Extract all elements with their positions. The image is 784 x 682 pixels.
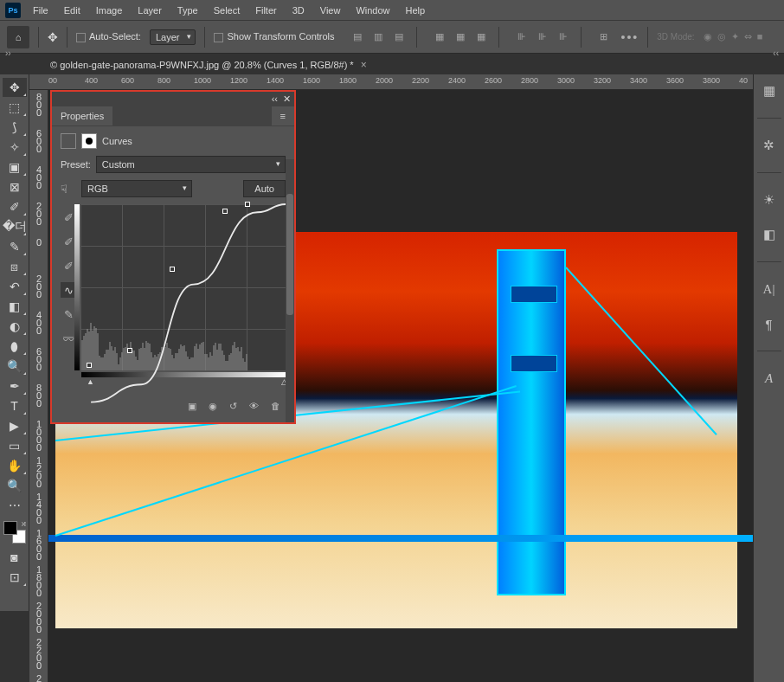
align-top-icon[interactable]: ▦ [431,29,448,46]
dodge-tool[interactable]: 🔍 [3,357,27,376]
swap-colors-icon[interactable]: ⤭ [21,520,27,528]
pen-tool[interactable]: ✒ [3,376,27,396]
expand-panels-left-icon[interactable]: ›› [5,48,11,58]
black-point-slider[interactable]: ▲ [87,377,94,386]
ruler-horizontal[interactable]: 0040060080010001200140016001800200022002… [29,74,753,90]
edit-toolbar[interactable]: ⋯ [3,496,27,515]
healing-brush-tool[interactable]: �더 [3,217,27,236]
menu-3d[interactable]: 3D [286,3,312,18]
brush-tool[interactable]: ✎ [3,237,27,256]
quick-mask-tool[interactable]: ◙ [3,548,27,567]
distribute-spacing-icon[interactable]: ⊪ [555,29,572,46]
home-button[interactable]: ⌂ [7,26,29,48]
path-selection-tool[interactable]: ▶ [3,416,27,435]
ruler-tick: 400 [31,166,47,190]
align-center-v-icon[interactable]: ▦ [452,29,469,46]
menu-filter[interactable]: Filter [248,3,283,18]
menu-type[interactable]: Type [170,3,205,18]
close-panel-icon[interactable]: ✕ [283,93,291,105]
lasso-tool[interactable]: ⟆ [3,118,27,137]
divider [647,27,648,48]
orbit-3d-icon[interactable]: ◉ [704,31,712,42]
foreground-color[interactable] [3,521,17,535]
adjustments-panel-icon[interactable]: ☀ [760,190,779,209]
panel-scrollbar[interactable] [286,159,294,422]
gradient-tool[interactable]: ◐ [3,317,27,336]
toggle-visibility-icon[interactable]: 👁 [249,401,259,412]
magic-wand-tool[interactable]: ✧ [3,138,27,157]
auto-select-checkbox[interactable]: Auto-Select: [76,31,141,42]
curve-point[interactable] [170,267,175,272]
channel-dropdown[interactable]: RGB [81,180,192,197]
align-edges-icon[interactable]: ⊞ [595,29,613,46]
curve-point[interactable] [222,209,228,214]
reset-icon[interactable]: ↺ [229,401,237,412]
shape-tool[interactable]: ▭ [3,436,27,455]
character-panel-icon[interactable]: A| [760,280,779,299]
auto-button[interactable]: Auto [243,180,286,197]
panel-collapse-icon[interactable]: ▦ [760,81,779,100]
roll-3d-icon[interactable]: ◎ [717,31,726,42]
align-right-icon[interactable]: ▤ [390,29,408,46]
align-left-icon[interactable]: ▤ [349,29,366,46]
targeted-adjustment-icon[interactable]: ☟ [61,183,76,196]
distribute-v-icon[interactable]: ⊪ [534,29,551,46]
paragraph-panel-icon[interactable]: ¶ [760,314,779,333]
expand-panels-right-icon[interactable]: ‹‹ [773,48,779,58]
glyphs-panel-icon[interactable]: A [760,369,779,388]
app-logo[interactable]: Ps [5,3,21,18]
history-brush-tool[interactable]: ↶ [3,277,27,296]
marquee-tool[interactable]: ⬚ [3,98,27,117]
menu-image[interactable]: Image [89,3,130,18]
crop-tool[interactable]: ▣ [3,158,27,177]
delete-adjustment-icon[interactable]: 🗑 [271,401,280,412]
move-tool-icon[interactable]: ✥ [48,30,58,44]
preset-dropdown[interactable]: Custom [96,156,286,173]
zoom-3d-icon[interactable]: ■ [757,31,763,42]
color-swatches[interactable]: ⤭ [3,521,26,544]
align-bottom-icon[interactable]: ▦ [472,29,490,46]
screen-mode-tool[interactable]: ⊡ [3,568,27,587]
layer-dropdown[interactable]: Layer [150,29,196,45]
curve-point[interactable] [87,363,92,368]
menu-window[interactable]: Window [349,3,396,18]
panel-menu-icon[interactable]: ≡ [272,106,294,125]
curve-point[interactable] [127,348,132,353]
ruler-tick: 3400 [630,76,647,85]
clone-stamp-tool[interactable]: ⧇ [3,257,27,276]
properties-tab[interactable]: Properties [52,106,112,125]
layer-mask-icon[interactable] [81,133,97,149]
clip-to-layer-icon[interactable]: ▣ [188,401,196,412]
menu-view[interactable]: View [313,3,348,18]
document-tab[interactable]: © golden-gate-panorama-P9WNFXJ.jpg @ 20.… [43,55,374,74]
eraser-tool[interactable]: ◧ [3,297,27,316]
type-tool[interactable]: T [3,396,27,415]
more-options-icon[interactable]: ••• [621,30,639,44]
menu-help[interactable]: Help [399,3,433,18]
view-previous-icon[interactable]: ◉ [209,401,217,412]
align-center-h-icon[interactable]: ▥ [370,29,387,46]
eyedropper-tool[interactable]: ✐ [3,197,27,216]
move-tool[interactable]: ✥ [3,78,27,97]
slide-3d-icon[interactable]: ⇔ [744,31,752,42]
close-tab-icon[interactable]: × [361,59,367,71]
menu-layer[interactable]: Layer [131,3,169,18]
curve-line[interactable] [81,204,286,409]
curve-point[interactable] [245,202,250,207]
curves-graph[interactable]: ▲ △ [81,204,286,370]
styles-panel-icon[interactable]: ◧ [760,225,779,244]
ruler-vertical[interactable]: 8006004002000200400600800100012001400160… [29,90,48,682]
menu-edit[interactable]: Edit [57,3,87,18]
color-panel-icon[interactable]: ✲ [760,136,779,155]
show-transform-checkbox[interactable]: Show Transform Controls [214,31,334,42]
frame-tool[interactable]: ⊠ [3,177,27,196]
distribute-h-icon[interactable]: ⊪ [513,29,530,46]
zoom-tool[interactable]: 🔍 [3,476,27,495]
menu-file[interactable]: File [26,3,55,18]
pan-3d-icon[interactable]: ✦ [731,31,739,42]
menu-select[interactable]: Select [207,3,247,18]
curves-adjustment-icon[interactable] [61,133,76,149]
collapse-panel-icon[interactable]: ‹‹ [272,93,278,104]
hand-tool[interactable]: ✋ [3,456,27,475]
blur-tool[interactable]: ⬮ [3,337,27,356]
